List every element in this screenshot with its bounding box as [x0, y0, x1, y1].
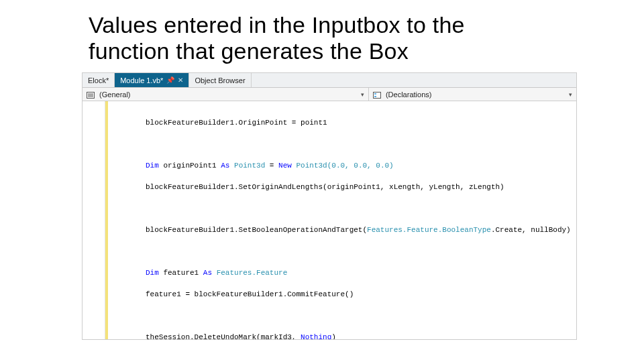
svg-rect-4: [373, 92, 380, 98]
scope-dropdown[interactable]: (General) ▾: [83, 88, 369, 101]
code-line: [108, 203, 576, 214]
code-line: blockFeatureBuilder1.SetBooleanOperation…: [108, 225, 576, 235]
tab-module1[interactable]: Module 1.vb* 📌 ✕: [115, 73, 189, 87]
ide-editor-window: Elock* Module 1.vb* 📌 ✕ Object Browser: [82, 72, 577, 340]
code-line: [108, 246, 576, 257]
member-dropdown[interactable]: (Declarations) ▾: [369, 88, 576, 101]
navigation-bar: (General) ▾ (Declarations) ▾: [83, 88, 576, 101]
code-line: blockFeatureBuilder1.SetOriginAndLengths…: [108, 182, 576, 192]
module-icon: [87, 92, 95, 99]
pin-icon[interactable]: 📌: [166, 76, 174, 84]
tab-object-browser-label: Object Browser: [195, 76, 245, 84]
code-line: feature1 = blockFeatureBuilder1.CommitFe…: [108, 289, 576, 300]
code-line: [108, 139, 576, 149]
tab-elock[interactable]: Elock*: [83, 73, 115, 87]
tab-elock-label: Elock*: [88, 76, 109, 84]
code-line: blockFeatureBuilder1.OriginPoint = point…: [108, 117, 576, 128]
code-editor[interactable]: blockFeatureBuilder1.OriginPoint = point…: [83, 101, 576, 339]
slide-title-line2: function that generates the Box: [89, 38, 409, 64]
slide-title: Values entered in the Inputbox to the fu…: [0, 0, 644, 72]
slide-title-line1: Values entered in the Inputbox to the: [89, 12, 465, 38]
code-line: theSession.DeleteUndoMark(markId3, Nothi…: [108, 332, 576, 339]
code-line: Dim originPoint1 As Point3d = New Point3…: [108, 160, 576, 171]
chevron-down-icon: ▾: [569, 91, 572, 98]
document-tab-strip: Elock* Module 1.vb* 📌 ✕ Object Browser: [83, 73, 576, 88]
tab-module1-label: Module 1.vb*: [120, 76, 163, 84]
editor-gutter: [83, 101, 105, 339]
code-line: Dim feature1 As Features.Feature: [108, 267, 576, 278]
declarations-icon: [373, 92, 381, 99]
scope-dropdown-label: (General): [99, 90, 130, 99]
tab-object-browser[interactable]: Object Browser: [189, 73, 251, 87]
svg-rect-6: [374, 96, 376, 97]
svg-rect-5: [374, 93, 376, 95]
chevron-down-icon: ▾: [361, 91, 364, 98]
member-dropdown-label: (Declarations): [386, 90, 431, 99]
code-line: [108, 310, 576, 321]
code-area[interactable]: blockFeatureBuilder1.OriginPoint = point…: [108, 101, 576, 339]
close-icon[interactable]: ✕: [178, 76, 183, 84]
